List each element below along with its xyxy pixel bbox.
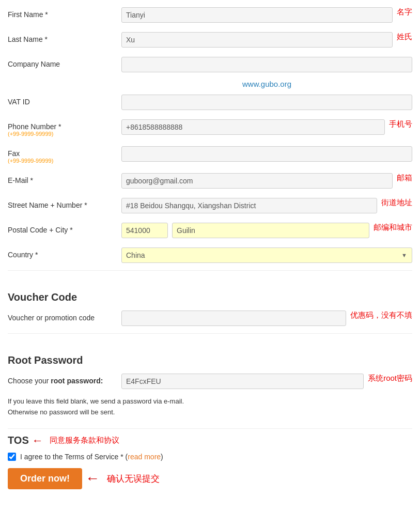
root-password-section: Root Password Choose your root password:…	[8, 333, 412, 418]
email-field	[121, 173, 393, 189]
phone-input[interactable]	[121, 119, 385, 135]
postal-annotation: 邮编和城市	[374, 223, 412, 233]
tos-arrow-icon: ←	[32, 434, 43, 447]
country-field: China United States Germany France Japan	[121, 247, 412, 263]
gubo-link-annotation: www.gubo.org	[121, 80, 412, 88]
street-row: Street Name + Number * 街道地址	[8, 196, 412, 215]
street-label: Street Name + Number *	[8, 198, 121, 209]
order-now-button[interactable]: Order now!	[8, 468, 82, 489]
last-name-field	[121, 32, 393, 48]
tos-title: TOS	[8, 435, 29, 446]
voucher-input[interactable]	[121, 311, 346, 326]
company-name-input[interactable]	[121, 57, 412, 72]
postal-city-label: Postal Code + City *	[8, 223, 121, 234]
phone-label: Phone Number * (+99-9999-99999)	[8, 119, 121, 137]
street-field	[121, 198, 377, 213]
country-label: Country *	[8, 247, 121, 259]
postal-input[interactable]	[121, 223, 168, 238]
street-annotation: 街道地址	[381, 198, 412, 208]
email-annotation: 邮箱	[397, 173, 412, 183]
email-row: E-Mail * 邮箱	[8, 171, 412, 191]
root-password-field	[121, 374, 364, 389]
order-annotation: 确认无误提交	[107, 473, 160, 485]
country-row: Country * China United States Germany Fr…	[8, 245, 412, 265]
vat-id-input[interactable]	[121, 95, 412, 110]
fax-row: Fax (+99-9999-99999)	[8, 144, 412, 166]
root-password-input[interactable]	[121, 374, 364, 389]
fax-input[interactable]	[121, 146, 412, 162]
phone-field	[121, 119, 385, 135]
root-password-label: Choose your root password:	[8, 374, 121, 385]
tos-annotation: 同意服务条款和协议	[50, 436, 119, 445]
vat-id-field	[121, 95, 412, 110]
postal-city-field	[121, 223, 369, 238]
first-name-annotation: 名字	[397, 7, 412, 17]
last-name-label: Last Name *	[8, 32, 121, 43]
root-password-annotation: 系统root密码	[368, 374, 412, 383]
order-button-row: Order now! ← 确认无误提交	[8, 468, 412, 489]
voucher-label: Voucher or promotion code	[8, 311, 121, 322]
street-input[interactable]	[121, 198, 377, 213]
first-name-label: First Name *	[8, 7, 121, 19]
last-name-input[interactable]	[121, 32, 393, 48]
phone-row: Phone Number * (+99-9999-99999) 手机号	[8, 117, 412, 139]
root-password-title: Root Password	[8, 349, 412, 366]
root-password-row: Choose your root password: 系统root密码	[8, 371, 412, 391]
tos-checkbox[interactable]	[8, 453, 16, 461]
vat-id-row: VAT ID	[8, 92, 412, 112]
fax-field	[121, 146, 412, 162]
voucher-section: Voucher Code Voucher or promotion code 优…	[8, 270, 412, 328]
tos-agree-row: I agree to the Terms of Service * ( read…	[8, 453, 412, 461]
order-arrow-icon: ←	[85, 470, 100, 487]
first-name-input[interactable]	[121, 7, 393, 23]
last-name-row: Last Name * 姓氏	[8, 30, 412, 50]
email-input[interactable]	[121, 173, 393, 189]
fax-label: Fax (+99-9999-99999)	[8, 146, 121, 164]
phone-annotation: 手机号	[389, 119, 412, 129]
tos-agree-end: )	[161, 453, 163, 461]
tos-section: TOS ← 同意服务条款和协议 I agree to the Terms of …	[8, 428, 412, 461]
root-password-info: If you leave this field blank, we send a…	[8, 396, 412, 418]
voucher-field	[121, 311, 346, 326]
voucher-row: Voucher or promotion code 优惠码，没有不填	[8, 308, 412, 328]
vat-id-label: VAT ID	[8, 95, 121, 106]
first-name-field	[121, 7, 393, 23]
company-name-field	[121, 57, 412, 72]
tos-read-more-link[interactable]: read more	[128, 453, 161, 461]
voucher-title: Voucher Code	[8, 286, 412, 303]
first-name-row: First Name * 名字	[8, 5, 412, 25]
city-input[interactable]	[172, 223, 369, 238]
company-name-label: Company Name	[8, 57, 121, 68]
voucher-annotation: 优惠码，没有不填	[350, 311, 412, 320]
country-select[interactable]: China United States Germany France Japan	[121, 247, 412, 263]
postal-city-row: Postal Code + City * 邮编和城市	[8, 221, 412, 240]
company-name-row: Company Name	[8, 55, 412, 74]
last-name-annotation: 姓氏	[397, 32, 412, 42]
tos-agree-text: I agree to the Terms of Service * (	[20, 453, 128, 461]
tos-title-row: TOS ← 同意服务条款和协议	[8, 434, 412, 447]
email-label: E-Mail *	[8, 173, 121, 184]
